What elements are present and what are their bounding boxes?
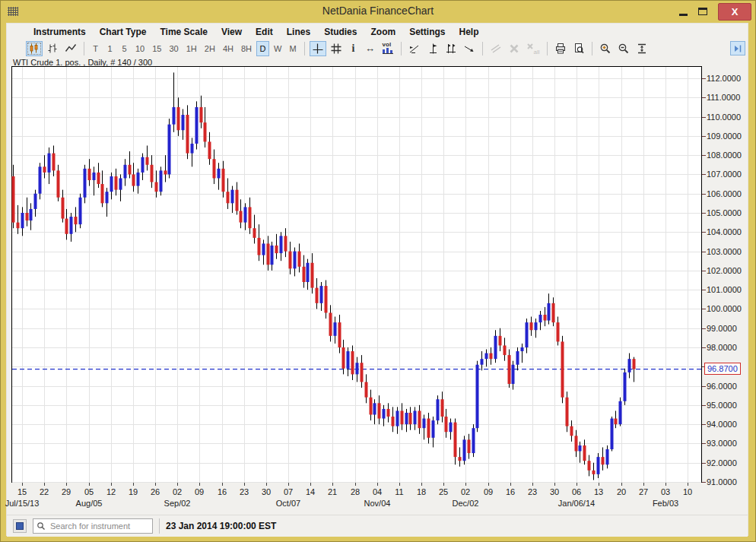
toolbar-separator	[401, 42, 402, 55]
timeframe-button-8h[interactable]: 8H	[238, 41, 255, 56]
time-axis-tick	[577, 483, 577, 486]
ray-icon	[463, 43, 475, 55]
timeframe-button-m[interactable]: M	[286, 41, 299, 56]
volume-icon: vol	[382, 43, 394, 55]
print-preview-button[interactable]	[570, 41, 587, 56]
menu-item-chart-type[interactable]: Chart Type	[93, 25, 154, 39]
time-axis-label: 16	[212, 487, 232, 496]
price-axis-label: 110.0000	[707, 113, 741, 122]
menu-item-zoom[interactable]: Zoom	[364, 25, 402, 39]
zoom-in-button[interactable]	[597, 41, 614, 56]
price-axis-label: 103.0000	[707, 247, 742, 257]
ohlc-chart-button[interactable]	[44, 41, 61, 56]
candlestick-chart-button[interactable]	[26, 41, 43, 56]
time-axis-label: 23	[234, 487, 254, 496]
menu-item-view[interactable]: View	[214, 25, 249, 39]
menu-item-help[interactable]: Help	[452, 25, 485, 39]
minimize-button[interactable]	[679, 8, 688, 16]
time-axis-tick	[554, 483, 555, 486]
menu-item-time-scale[interactable]: Time Scale	[153, 25, 214, 39]
volume-button[interactable]: vol	[380, 41, 396, 56]
toolbar-separator	[304, 42, 305, 55]
timeframe-button-15[interactable]: 15	[149, 41, 164, 56]
time-axis-tick	[222, 483, 223, 486]
timeframe-button-d[interactable]: D	[256, 41, 269, 56]
timeframe-button-5[interactable]: 5	[118, 41, 131, 56]
month-label: Feb/03	[641, 499, 690, 508]
zoom-out-button[interactable]	[615, 41, 632, 56]
price-axis-label: 93.0000	[707, 439, 737, 448]
month-label: Aug/05	[65, 499, 113, 508]
time-axis-label: 04	[367, 487, 387, 496]
price-axis[interactable]: 112.0000111.0000110.0000109.0000108.0000…	[702, 66, 749, 483]
timeframe-button-1h[interactable]: 1H	[183, 41, 200, 56]
ray-tool-button[interactable]	[461, 41, 478, 56]
time-axis-tick	[199, 483, 200, 486]
time-axis-label: 26	[145, 487, 165, 496]
time-axis-tick	[665, 483, 666, 486]
timeframe-button-1[interactable]: 1	[103, 41, 116, 56]
toolbar-pin-button[interactable]	[730, 41, 745, 55]
menu-item-lines[interactable]: Lines	[280, 25, 317, 39]
parallel-lines-button[interactable]	[488, 41, 504, 56]
delete-all-lines-button[interactable]: all	[524, 41, 542, 56]
timeframe-button-4h[interactable]: 4H	[220, 41, 237, 56]
vertical-line-icon	[427, 43, 439, 55]
price-axis-tick	[702, 424, 706, 425]
time-axis-tick	[66, 483, 67, 486]
close-button[interactable]: X	[718, 3, 751, 21]
instrument-list-button[interactable]	[13, 519, 27, 533]
menu-item-settings[interactable]: Settings	[402, 25, 452, 39]
vertical-line-tool-button[interactable]	[424, 41, 441, 56]
time-axis-tick	[377, 483, 378, 486]
line-chart-icon	[65, 43, 77, 55]
time-axis-tick	[443, 483, 444, 486]
fit-vertical-button[interactable]	[634, 41, 650, 56]
status-bar: 23 Jan 2014 19:00:00 EST	[7, 515, 748, 537]
price-axis-tick	[702, 443, 706, 444]
expand-horizontal-button[interactable]: ↔	[363, 41, 378, 56]
month-label: Sep/02	[153, 499, 202, 508]
time-axis-tick	[155, 483, 156, 486]
crosshair-button[interactable]	[310, 41, 326, 56]
price-axis-tick	[702, 271, 706, 271]
time-axis-label: 10	[678, 487, 697, 496]
month-label: Dec/02	[441, 499, 490, 508]
search-input[interactable]	[49, 521, 149, 531]
price-axis-tick	[702, 347, 706, 348]
time-axis-label: 09	[189, 487, 209, 496]
current-price-label: 96.8700	[704, 363, 741, 375]
timeframe-button-w[interactable]: W	[271, 41, 284, 56]
timeframe-button-t[interactable]: T	[89, 41, 102, 56]
trendline-tool-button[interactable]	[406, 41, 423, 56]
time-axis-tick	[89, 483, 90, 486]
price-axis-label: 112.0000	[707, 74, 741, 84]
timeframe-button-10[interactable]: 10	[132, 41, 148, 56]
delete-line-button[interactable]	[506, 41, 523, 56]
maximize-button[interactable]	[698, 8, 707, 15]
price-axis-label: 100.0000	[707, 304, 742, 314]
print-button[interactable]	[552, 41, 569, 56]
timeframe-button-2h[interactable]: 2H	[202, 41, 218, 56]
time-axis-tick	[465, 483, 466, 486]
price-axis-tick	[702, 290, 706, 290]
time-axis-label: 28	[345, 487, 365, 496]
menu-item-studies[interactable]: Studies	[317, 25, 364, 39]
time-axis-label: 30	[545, 487, 564, 496]
timeframe-button-30[interactable]: 30	[167, 41, 182, 56]
time-axis-tick	[133, 483, 134, 486]
time-axis-label: 27	[634, 487, 653, 496]
info-button[interactable]: i	[346, 41, 361, 56]
time-axis[interactable]: 1522290512192602091623300714212804111825…	[7, 483, 756, 515]
price-axis-tick	[702, 405, 706, 406]
price-axis-label: 98.0000	[707, 343, 737, 353]
price-axis-label: 94.0000	[707, 420, 737, 429]
channel-tool-button[interactable]	[443, 41, 459, 56]
time-axis-label: 18	[411, 487, 431, 496]
grid-button[interactable]	[328, 41, 345, 56]
menu-item-edit[interactable]: Edit	[249, 25, 280, 39]
menu-item-instruments[interactable]: Instruments	[27, 25, 93, 39]
line-chart-button[interactable]	[62, 41, 79, 56]
delete-icon	[508, 43, 520, 55]
price-chart-plot[interactable]	[11, 66, 702, 483]
